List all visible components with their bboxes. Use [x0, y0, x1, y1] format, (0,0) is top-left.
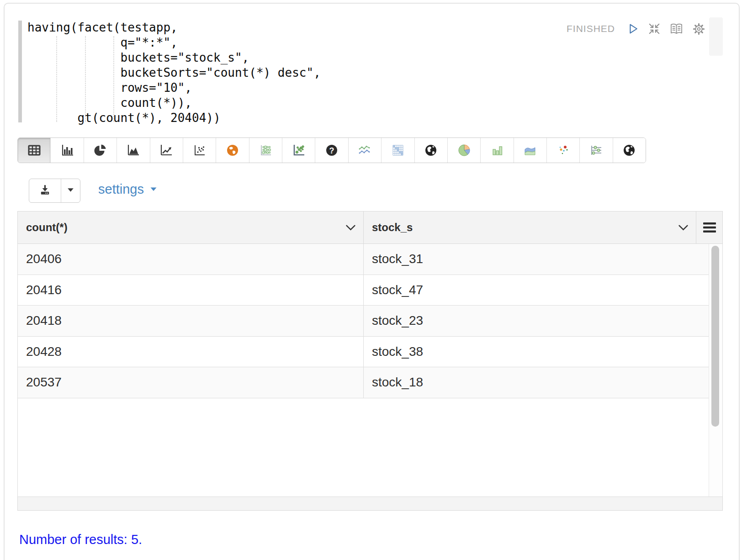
caret-down-blue-icon [149, 182, 158, 197]
results-count-text: Number of results: 5. [19, 532, 142, 547]
table-row[interactable]: 20406 stock_31 [18, 244, 709, 275]
column-chart-green-icon [490, 143, 504, 158]
editor-gutter-bar [18, 21, 22, 122]
area-chart-icon [126, 143, 141, 158]
bubble-grid-icon [258, 143, 273, 158]
map-globe-orange-icon [225, 143, 240, 158]
code-text[interactable]: having(facet(testapp, q="*:*", buckets="… [27, 20, 321, 126]
column-menu-button[interactable] [678, 224, 689, 231]
stock-cell: stock_23 [364, 306, 709, 336]
zeppelin-paragraph: having(facet(testapp, q="*:*", buckets="… [0, 0, 742, 560]
table-row[interactable]: 20418 stock_23 [18, 306, 709, 337]
toolbar-button-bubble-scatter[interactable] [282, 138, 315, 163]
scatter-chart-icon [192, 143, 207, 158]
count-cell: 20537 [18, 367, 364, 398]
toolbar-button-stream-area[interactable] [514, 138, 547, 163]
bar-chart-icon [60, 143, 74, 158]
settings-label: settings [98, 182, 144, 197]
count-cell: 20416 [18, 275, 364, 306]
column-header-count[interactable]: count(*) [18, 211, 364, 243]
toolbar-button-sliders[interactable] [580, 138, 613, 163]
toolbar-button-bar-chart[interactable] [51, 138, 84, 163]
caret-down-icon [66, 185, 75, 196]
scatter-dots-colored-icon [556, 143, 571, 158]
table-icon [27, 143, 42, 158]
toolbar-button-area-chart[interactable] [117, 138, 150, 163]
grid-body: 20406 stock_31 20416 stock_47 20418 stoc… [17, 244, 723, 497]
pie-chart-icon [93, 143, 107, 158]
paragraph-status-row: FINISHED [567, 21, 705, 37]
help-icon: ? [324, 143, 339, 158]
column-header-stock[interactable]: stock_s [364, 211, 696, 243]
heatmap-icon [391, 143, 405, 158]
settings-toggle[interactable]: settings [98, 182, 158, 197]
collapse-button[interactable] [648, 22, 661, 35]
toolbar-button-map-globe-orange[interactable] [216, 138, 249, 163]
toolbar-button-multi-line-chart[interactable] [349, 138, 382, 163]
count-cell: 20428 [18, 337, 364, 367]
vertical-scrollbar-thumb[interactable] [711, 246, 719, 427]
toolbar-button-bubble-grid[interactable] [249, 138, 282, 163]
download-icon [38, 183, 52, 198]
bubble-scatter-icon [292, 143, 306, 158]
toolbar-button-line-chart[interactable] [150, 138, 183, 163]
count-cell: 20418 [18, 306, 364, 336]
toolbar-button-table[interactable] [18, 138, 51, 163]
export-button-group [29, 179, 80, 203]
multi-line-chart-icon [357, 143, 372, 158]
column-label: count(*) [26, 221, 68, 234]
pie-colored-icon [457, 143, 472, 158]
status-badge: FINISHED [567, 23, 615, 34]
stock-cell: stock_47 [364, 275, 709, 306]
toolbar-button-help[interactable]: ? [315, 138, 348, 163]
grid-menu-button[interactable] [696, 211, 722, 243]
stock-cell: stock_31 [364, 244, 709, 275]
toolbar-button-globe-dark2[interactable] [613, 138, 646, 163]
editor-scrollbar[interactable] [709, 17, 723, 56]
line-chart-icon [159, 143, 174, 158]
vertical-scrollbar-track[interactable] [709, 244, 722, 497]
table-row[interactable]: 20416 stock_47 [18, 275, 709, 306]
grid-header: count(*) stock_s [17, 211, 723, 244]
globe-dark2-icon [622, 143, 636, 158]
table-row[interactable]: 20537 stock_18 [18, 367, 709, 398]
column-label: stock_s [372, 221, 413, 234]
column-menu-button[interactable] [345, 224, 356, 231]
paragraph-settings-button[interactable] [692, 22, 705, 36]
chart-type-toolbar: ? [17, 137, 646, 163]
stream-area-icon [523, 143, 537, 158]
download-options-button[interactable] [61, 179, 80, 202]
svg-text:?: ? [329, 146, 334, 155]
results-grid: count(*) stock_s 20406 stock_31 20416 st… [17, 211, 723, 511]
run-button[interactable] [626, 22, 639, 35]
show-editor-button[interactable] [669, 22, 684, 36]
sliders-icon [589, 143, 604, 158]
toolbar-button-globe-dark[interactable] [415, 138, 448, 163]
stock-cell: stock_38 [364, 337, 709, 367]
toolbar-button-pie-chart[interactable] [84, 138, 117, 163]
grid-footer-scroll-area[interactable] [17, 497, 723, 511]
toolbar-button-scatter-dots-colored[interactable] [547, 138, 580, 163]
count-cell: 20406 [18, 244, 364, 275]
table-row[interactable]: 20428 stock_38 [18, 337, 709, 368]
stock-cell: stock_18 [364, 367, 709, 398]
toolbar-button-scatter-chart[interactable] [183, 138, 216, 163]
globe-dark-icon [424, 143, 438, 158]
toolbar-button-column-chart-green[interactable] [481, 138, 514, 163]
toolbar-button-pie-colored[interactable] [448, 138, 481, 163]
download-button[interactable] [29, 179, 61, 202]
toolbar-button-heatmap[interactable] [382, 138, 414, 163]
